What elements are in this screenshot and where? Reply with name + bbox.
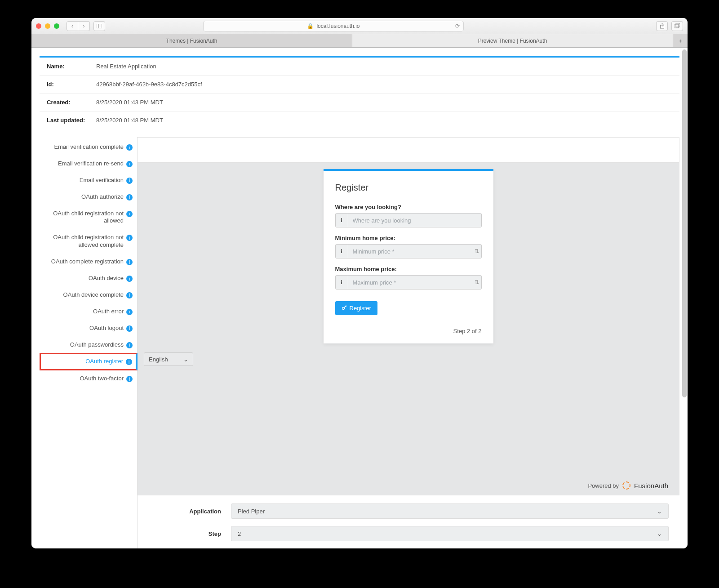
step-select[interactable]: 2 ⌄ xyxy=(231,526,669,541)
register-title: Register xyxy=(335,183,482,193)
sidebar-item-label: OAuth authorize xyxy=(42,193,124,201)
sidebar-item-oauth-device[interactable]: OAuth devicei xyxy=(40,270,137,287)
browser-tab-0[interactable]: Themes | FusionAuth xyxy=(31,34,352,47)
browser-window: ‹ › 🔒 local.fusionauth.io ⟳ Themes | Fus… xyxy=(31,18,688,548)
info-icon: i xyxy=(126,342,133,348)
info-icon: i xyxy=(126,376,133,382)
page-content: Name: Real Estate Application Id: 42968b… xyxy=(31,48,688,548)
reload-icon[interactable]: ⟳ xyxy=(455,23,460,29)
new-tab-button[interactable]: ＋ xyxy=(673,34,688,47)
meta-name-label: Name: xyxy=(47,63,96,70)
number-stepper-icon[interactable]: ⇅ xyxy=(472,276,481,289)
language-select[interactable]: English ⌄ xyxy=(144,352,193,366)
info-icon: i xyxy=(126,292,133,298)
sidebar-item-email-verification-re-send[interactable]: Email verification re-sendi xyxy=(40,156,137,172)
sidebar-toggle-button[interactable] xyxy=(93,21,105,31)
info-icon: i xyxy=(126,325,133,332)
info-icon: i xyxy=(126,276,133,282)
sidebar-item-oauth-complete-registration[interactable]: OAuth complete registrationi xyxy=(40,254,137,270)
minprice-label: Minimum home price: xyxy=(335,235,482,241)
register-card: Register Where are you looking? i Minimu… xyxy=(324,169,493,343)
tabs-overview-button[interactable] xyxy=(671,21,683,31)
sidebar-item-oauth-device-complete[interactable]: OAuth device completei xyxy=(40,287,137,303)
info-icon: i xyxy=(126,309,133,315)
sidebar-item-label: Email verification xyxy=(42,177,124,184)
chevron-down-icon: ⌄ xyxy=(657,530,662,537)
meta-row-name: Name: Real Estate Application xyxy=(40,58,679,76)
address-bar[interactable]: 🔒 local.fusionauth.io ⟳ xyxy=(203,21,464,31)
where-input-wrap: i xyxy=(335,213,482,227)
application-select-row: Application Pied Piper ⌄ xyxy=(178,503,669,519)
fusionauth-wordmark: FusionAuth xyxy=(634,482,668,490)
meta-row-created: Created: 8/25/2020 01:43 PM MDT xyxy=(40,94,679,111)
where-input[interactable] xyxy=(348,214,481,227)
info-icon: i xyxy=(336,276,348,289)
sidebar-item-label: OAuth device xyxy=(42,275,124,282)
step-label: Step xyxy=(178,530,221,537)
meta-row-id: Id: 42968bbf-29af-462b-9e83-4c8d7c2d55cf xyxy=(40,76,679,94)
application-label: Application xyxy=(178,508,221,515)
minimize-window-icon[interactable] xyxy=(45,23,50,29)
vertical-scrollbar[interactable] xyxy=(682,49,687,547)
sidebar-item-email-verification-complete[interactable]: Email verification completei xyxy=(40,139,137,156)
titlebar: ‹ › 🔒 local.fusionauth.io ⟳ xyxy=(31,18,688,34)
info-icon: i xyxy=(126,235,133,241)
sidebar-item-label: OAuth two-factor xyxy=(42,375,124,383)
sidebar-item-oauth-register[interactable]: OAuth registeri xyxy=(40,353,138,370)
meta-id-label: Id: xyxy=(47,81,96,88)
sidebar-item-label: OAuth complete registration xyxy=(42,258,124,266)
browser-tab-0-label: Themes | FusionAuth xyxy=(166,38,217,44)
info-icon: i xyxy=(126,144,133,151)
sidebar-item-label: OAuth device complete xyxy=(42,291,124,299)
sidebar-item-label: OAuth logout xyxy=(42,325,124,332)
minprice-input-wrap: i ⇅ xyxy=(335,244,482,258)
meta-created-label: Created: xyxy=(47,99,96,106)
register-button[interactable]: Register xyxy=(335,301,377,315)
language-value: English xyxy=(149,356,168,363)
key-icon xyxy=(342,305,347,312)
svg-rect-0 xyxy=(97,24,102,28)
theme-meta-panel: Name: Real Estate Application Id: 42968b… xyxy=(40,58,679,129)
close-window-icon[interactable] xyxy=(36,23,41,29)
svg-line-8 xyxy=(346,306,346,307)
info-icon: i xyxy=(336,245,348,258)
scrollbar-thumb[interactable] xyxy=(682,49,687,397)
browser-tab-1[interactable]: Preview Theme | FusionAuth xyxy=(352,34,673,47)
powered-label: Powered by xyxy=(588,482,619,489)
preview-pane: Register Where are you looking? i Minimu… xyxy=(138,137,679,495)
maxprice-input-wrap: i ⇅ xyxy=(335,275,482,290)
preview-column: Register Where are you looking? i Minimu… xyxy=(138,137,679,548)
fusionauth-logo-icon xyxy=(622,481,630,490)
sidebar-item-email-verification[interactable]: Email verificationi xyxy=(40,172,137,189)
powered-by: Powered by FusionAuth xyxy=(588,481,668,490)
info-icon: i xyxy=(126,259,133,265)
application-select[interactable]: Pied Piper ⌄ xyxy=(231,503,669,519)
info-icon: i xyxy=(126,359,132,365)
sidebar-item-oauth-child-registration-not-allowed-complete[interactable]: OAuth child registration not allowed com… xyxy=(40,229,137,254)
sidebar-item-oauth-child-registration-not-allowed[interactable]: OAuth child registration not allowedi xyxy=(40,205,137,230)
meta-name-value: Real Estate Application xyxy=(96,63,156,70)
sidebar-item-oauth-logout[interactable]: OAuth logouti xyxy=(40,320,137,337)
meta-updated-label: Last updated: xyxy=(47,117,96,124)
maxprice-label: Maximum home price: xyxy=(335,266,482,272)
back-button[interactable]: ‹ xyxy=(67,21,78,31)
tab-strip: Themes | FusionAuth Preview Theme | Fusi… xyxy=(31,34,688,48)
forward-button[interactable]: › xyxy=(78,21,90,31)
sidebar-item-oauth-authorize[interactable]: OAuth authorizei xyxy=(40,189,137,205)
where-label: Where are you looking? xyxy=(335,204,482,210)
sidebar-item-oauth-error[interactable]: OAuth errori xyxy=(40,303,137,320)
sidebar-item-label: OAuth child registration not allowed com… xyxy=(42,234,124,249)
number-stepper-icon[interactable]: ⇅ xyxy=(472,245,481,258)
share-button[interactable] xyxy=(656,21,668,31)
maxprice-input[interactable] xyxy=(348,276,472,289)
info-icon: i xyxy=(336,214,348,227)
lock-icon: 🔒 xyxy=(307,23,314,29)
preview-top-blank xyxy=(138,138,679,163)
zoom-window-icon[interactable] xyxy=(54,23,59,29)
info-icon: i xyxy=(126,161,133,167)
sidebar-item-label: OAuth register xyxy=(44,358,123,365)
info-icon: i xyxy=(126,194,133,200)
sidebar-item-oauth-passwordless[interactable]: OAuth passwordlessi xyxy=(40,337,137,353)
minprice-input[interactable] xyxy=(348,245,472,258)
sidebar-item-oauth-two-factor[interactable]: OAuth two-factori xyxy=(40,370,137,387)
